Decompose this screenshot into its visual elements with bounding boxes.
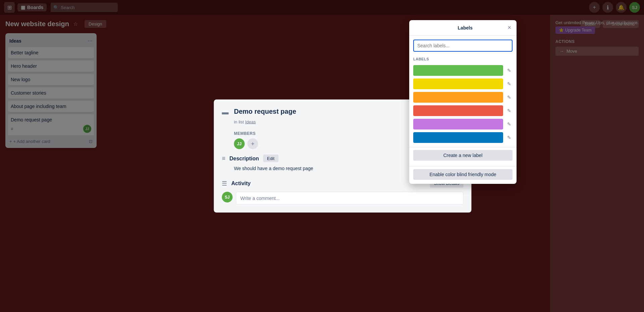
list-link[interactable]: Ideas: [245, 119, 256, 124]
create-label-button[interactable]: Create a new label: [413, 150, 513, 161]
comment-row: SJ Write a comment...: [222, 192, 463, 205]
comment-placeholder: Write a comment...: [240, 196, 279, 201]
label-row-yellow: ✎: [409, 77, 517, 91]
label-orange[interactable]: [413, 92, 503, 103]
label-blue[interactable]: [413, 132, 503, 143]
labels-search: [409, 36, 517, 56]
label-yellow[interactable]: [413, 79, 503, 89]
add-member-button[interactable]: +: [247, 139, 258, 149]
description-icon: ≡: [222, 155, 225, 162]
labels-section-title: LABELS: [409, 56, 517, 64]
add-member-icon: +: [251, 140, 255, 147]
member-avatar[interactable]: JJ: [234, 139, 245, 149]
label-row-orange: ✎: [409, 91, 517, 104]
label-blue-edit-button[interactable]: ✎: [506, 134, 513, 142]
activity-title: Activity: [231, 180, 251, 186]
labels-divider-2: [409, 166, 517, 166]
label-row-green: ✎: [409, 64, 517, 77]
label-orange-edit-button[interactable]: ✎: [506, 93, 513, 101]
activity-icon: ☰: [222, 179, 227, 187]
comment-avatar-initials: SJ: [225, 195, 230, 200]
label-row-red: ✎: [409, 104, 517, 117]
edit-description-button[interactable]: Edit: [263, 155, 278, 162]
member-initials: JJ: [237, 142, 241, 146]
label-row-blue: ✎: [409, 131, 517, 144]
label-row-purple: ✎: [409, 117, 517, 131]
labels-popup-header: Labels ×: [409, 20, 517, 36]
labels-popup-close-button[interactable]: ×: [507, 24, 511, 31]
label-purple-edit-button[interactable]: ✎: [506, 120, 513, 128]
labels-search-input[interactable]: [413, 40, 513, 52]
label-purple[interactable]: [413, 119, 503, 129]
label-green[interactable]: [413, 65, 503, 76]
labels-divider: [409, 147, 517, 147]
labels-popup: Labels × LABELS ✎ ✎ ✎ ✎ ✎ ✎ Create a new…: [409, 20, 517, 184]
labels-popup-title: Labels: [423, 25, 507, 31]
label-green-edit-button[interactable]: ✎: [506, 66, 513, 74]
label-yellow-edit-button[interactable]: ✎: [506, 80, 513, 88]
colorblind-mode-button[interactable]: Enable color blind friendly mode: [413, 169, 513, 180]
comment-avatar: SJ: [222, 192, 232, 203]
in-list-label: in list: [234, 119, 244, 124]
comment-input[interactable]: Write a comment...: [236, 192, 463, 205]
label-red[interactable]: [413, 105, 503, 116]
card-modal-icon: ▬: [222, 108, 228, 116]
label-red-edit-button[interactable]: ✎: [506, 107, 513, 115]
description-title: Description: [229, 155, 259, 161]
